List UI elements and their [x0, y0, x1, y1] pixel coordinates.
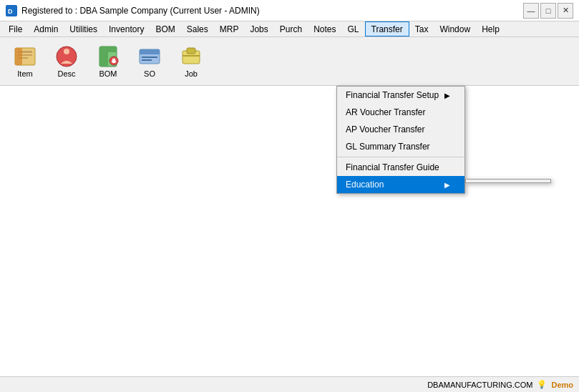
svg-text:D: D [8, 8, 13, 15]
menu-inventory[interactable]: Inventory [103, 21, 150, 36]
menu-jobs[interactable]: Jobs [244, 21, 273, 36]
minimize-button[interactable]: — [523, 3, 539, 19]
title-bar-left: D Registered to : DBA Sample Company (Cu… [6, 5, 260, 16]
menu-mrp[interactable]: MRP [214, 21, 245, 36]
menu-utilities[interactable]: Utilities [64, 21, 103, 36]
svg-rect-18 [142, 59, 152, 61]
menu-gl[interactable]: GL [342, 21, 365, 36]
financial-transfer-guide-item[interactable]: Financial Transfer Guide [337, 159, 464, 176]
title-bar-controls: — □ ✕ [523, 3, 573, 19]
menu-bom[interactable]: BOM [150, 21, 180, 36]
desc-icon [55, 45, 78, 68]
item-icon [14, 45, 37, 68]
maximize-button[interactable]: □ [540, 3, 556, 19]
menu-file[interactable]: File [3, 21, 28, 36]
menu-admin[interactable]: Admin [28, 21, 64, 36]
title-text: Registered to : DBA Sample Company (Curr… [21, 6, 260, 16]
demo-label: Demo [551, 381, 573, 389]
svg-point-8 [64, 49, 69, 54]
toolbar-desc-button[interactable]: Desc [47, 41, 86, 82]
bom-icon [97, 45, 120, 68]
toolbar: Item Desc BOM SO [0, 37, 579, 86]
toolbar-desc-label: Desc [57, 69, 75, 78]
toolbar-bom-label: BOM [99, 69, 117, 78]
education-item[interactable]: Education ▶ [337, 176, 464, 193]
main-content: Financial Transfer Setup ▶ AR Voucher Tr… [0, 86, 579, 376]
education-arrow-icon: ▶ [444, 181, 450, 189]
toolbar-so-button[interactable]: SO [130, 41, 169, 82]
app-icon: D [6, 5, 17, 16]
close-button[interactable]: ✕ [558, 3, 573, 19]
toolbar-item-label: Item [17, 69, 32, 78]
toolbar-so-label: SO [144, 69, 155, 78]
transfer-dropdown: Financial Transfer Setup ▶ AR Voucher Tr… [336, 86, 465, 194]
toolbar-job-label: Job [185, 69, 198, 78]
status-bar: DBAMANUFACTURING.COM 💡 Demo [0, 376, 579, 392]
gl-summary-transfer-item[interactable]: GL Summary Transfer [337, 138, 464, 155]
menu-bar: File Admin Utilities Inventory BOM Sales… [0, 21, 579, 37]
menu-help[interactable]: Help [476, 21, 505, 36]
svg-rect-21 [183, 55, 200, 57]
svg-rect-17 [142, 57, 157, 58]
status-bar-right: DBAMANUFACTURING.COM 💡 Demo [427, 380, 573, 389]
bulb-icon: 💡 [537, 380, 547, 389]
so-icon [138, 45, 161, 68]
menu-tax[interactable]: Tax [409, 21, 434, 36]
svg-rect-20 [187, 48, 195, 54]
svg-rect-14 [112, 61, 116, 62]
toolbar-item-button[interactable]: Item [6, 41, 44, 82]
status-url: DBAMANUFACTURING.COM [427, 381, 532, 389]
toolbar-job-button[interactable]: Job [172, 41, 210, 82]
menu-purch[interactable]: Purch [274, 21, 308, 36]
financial-transfer-setup-item[interactable]: Financial Transfer Setup ▶ [337, 87, 464, 104]
menu-transfer[interactable]: Transfer [365, 21, 409, 36]
ar-voucher-transfer-item[interactable]: AR Voucher Transfer [337, 104, 464, 121]
title-bar: D Registered to : DBA Sample Company (Cu… [0, 0, 579, 21]
svg-rect-11 [99, 46, 117, 52]
svg-rect-16 [140, 49, 160, 54]
menu-notes[interactable]: Notes [308, 21, 341, 36]
job-icon [180, 45, 203, 68]
arrow-icon: ▶ [444, 92, 450, 99]
menu-window[interactable]: Window [434, 21, 476, 36]
toolbar-bom-button[interactable]: BOM [89, 41, 127, 82]
menu-sales[interactable]: Sales [181, 21, 214, 36]
svg-rect-6 [15, 48, 22, 65]
ap-voucher-transfer-item[interactable]: AP Voucher Transfer [337, 121, 464, 138]
education-dropdown [465, 179, 551, 183]
